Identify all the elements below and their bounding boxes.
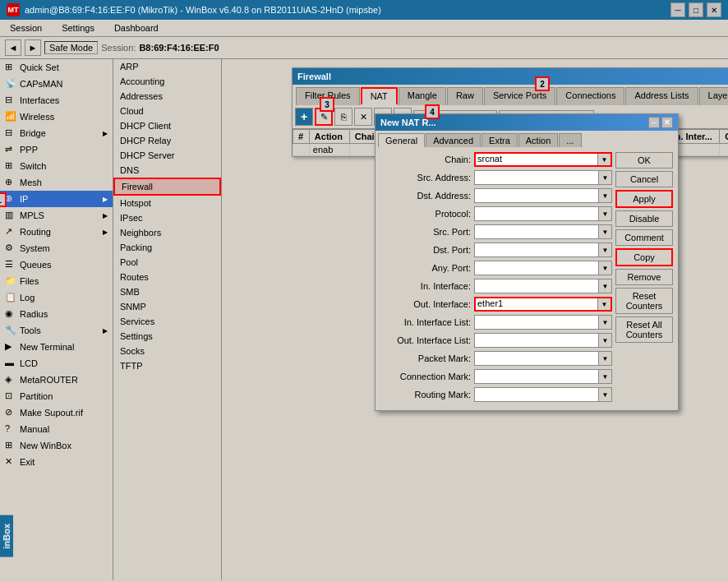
conn-mark-select[interactable]: ▼ [474, 369, 612, 384]
in-iface-list-select[interactable]: ▼ [474, 315, 612, 330]
in-interface-select[interactable]: ▼ [474, 279, 612, 293]
any-port-arrow[interactable]: ▼ [598, 261, 611, 275]
out-iface-list-select[interactable]: ▼ [474, 333, 612, 348]
sub-item-routes[interactable]: Routes [113, 270, 221, 284]
src-port-arrow[interactable]: ▼ [598, 225, 611, 238]
sub-item-dhcp-client[interactable]: DHCP Client [113, 118, 221, 133]
nat-tab-action[interactable]: Action [518, 133, 559, 147]
packet-mark-arrow[interactable]: ▼ [598, 352, 611, 365]
nat-reset-counters-btn[interactable]: Reset Counters [615, 288, 673, 314]
safe-mode-btn[interactable]: Safe Mode [44, 41, 98, 54]
sub-item-firewall[interactable]: Firewall [113, 178, 221, 196]
sub-item-addresses[interactable]: Addresses [113, 89, 221, 104]
sub-item-dns[interactable]: DNS [113, 163, 221, 178]
sidebar-item-new-winbox[interactable]: ⊞ New WinBox [0, 437, 113, 454]
conn-mark-arrow[interactable]: ▼ [598, 370, 611, 383]
sidebar-item-system[interactable]: ⚙ System [0, 240, 113, 256]
nat-remove-btn[interactable]: Remove [615, 269, 673, 285]
in-interface-arrow[interactable]: ▼ [598, 279, 611, 293]
sub-item-ipsec[interactable]: IPsec [113, 210, 221, 225]
sub-item-services[interactable]: Services [113, 314, 221, 329]
src-port-value[interactable] [475, 225, 598, 238]
chain-value[interactable]: srcnat [476, 154, 597, 165]
sub-item-accounting[interactable]: Accounting [113, 74, 221, 89]
sidebar-item-exit[interactable]: ✕ Exit [0, 454, 113, 470]
nat-window-controls[interactable]: ─ ✕ [648, 117, 673, 128]
chain-select[interactable]: srcnat ▼ [474, 152, 612, 167]
out-interface-arrow[interactable]: ▼ [597, 298, 611, 310]
sub-item-packing[interactable]: Packing [113, 240, 221, 255]
sidebar-item-queues[interactable]: ☰ Queues [0, 256, 113, 273]
dst-port-arrow[interactable]: ▼ [598, 243, 611, 256]
add-rule-btn[interactable]: + [295, 108, 313, 126]
dst-port-select[interactable]: ▼ [474, 242, 612, 257]
dst-port-value[interactable] [475, 243, 598, 256]
nat-comment-btn[interactable]: Comment [615, 229, 673, 246]
sub-item-dhcp-server[interactable]: DHCP Server [113, 148, 221, 163]
minimize-btn[interactable]: ─ [670, 2, 685, 17]
sidebar-item-capsman[interactable]: 📡 CAPsMAN [0, 76, 113, 92]
nat-apply-btn[interactable]: Apply [615, 190, 673, 208]
nat-tab-advanced[interactable]: Advanced [426, 133, 481, 147]
nat-tab-more[interactable]: ... [559, 133, 581, 147]
in-iface-list-arrow[interactable]: ▼ [598, 316, 611, 329]
sub-item-dhcp-relay[interactable]: DHCP Relay [113, 133, 221, 148]
in-interface-value[interactable] [475, 279, 598, 293]
nat-copy-btn[interactable]: Copy [615, 248, 673, 266]
src-addr-select[interactable]: ▼ [474, 170, 612, 185]
window-controls[interactable]: ─ □ ✕ [670, 2, 721, 17]
forward-btn[interactable]: ► [25, 39, 41, 56]
sidebar-item-files[interactable]: 📁 Files [0, 273, 113, 289]
protocol-arrow[interactable]: ▼ [598, 207, 611, 220]
sidebar-item-meta-router[interactable]: ◈ MetaROUTER [0, 372, 113, 388]
sidebar-item-bridge[interactable]: ⊟ Bridge ▶ [0, 125, 113, 141]
sub-item-hotspot[interactable]: Hotspot [113, 196, 221, 210]
delete-btn[interactable]: ✕ [354, 108, 372, 126]
tab-raw[interactable]: Raw [447, 87, 483, 105]
out-interface-select[interactable]: ether1 ▼ [474, 297, 612, 312]
sidebar-item-interfaces[interactable]: ⊟ Interfaces [0, 92, 113, 109]
nat-tab-general[interactable]: General [378, 133, 425, 147]
sidebar-item-lcd[interactable]: ▬ LCD [0, 355, 113, 372]
maximize-btn[interactable]: □ [689, 2, 703, 17]
dst-addr-value[interactable] [475, 189, 598, 202]
sub-item-arp[interactable]: ARP [113, 59, 221, 74]
packet-mark-value[interactable] [475, 352, 598, 365]
sidebar-item-log[interactable]: 📋 Log [0, 289, 113, 306]
sidebar-item-ppp[interactable]: ⇌ PPP [0, 141, 113, 158]
sidebar-item-partition[interactable]: ⊡ Partition [0, 388, 113, 404]
out-iface-list-value[interactable] [475, 334, 598, 347]
sidebar-item-quick-set[interactable]: ⊞ Quick Set [0, 59, 113, 76]
src-addr-value[interactable] [475, 171, 598, 184]
routing-mark-select[interactable]: ▼ [474, 387, 612, 402]
sub-item-cloud[interactable]: Cloud [113, 104, 221, 118]
sidebar-item-mesh[interactable]: ⊕ Mesh [0, 174, 113, 191]
nat-disable-btn[interactable]: Disable [615, 210, 673, 227]
routing-mark-value[interactable] [475, 388, 598, 401]
protocol-select[interactable]: ▼ [474, 206, 612, 221]
conn-mark-value[interactable] [475, 370, 598, 383]
sub-item-pool[interactable]: Pool [113, 255, 221, 270]
tab-layer7[interactable]: Layer7 Protocols [699, 87, 728, 105]
src-port-select[interactable]: ▼ [474, 224, 612, 239]
sidebar-item-ip[interactable]: ⊛ IP ▶ 1 [0, 191, 113, 207]
sidebar-item-new-terminal[interactable]: ▶ New Terminal [0, 339, 113, 355]
dst-addr-select[interactable]: ▼ [474, 188, 612, 203]
out-interface-value[interactable]: ether1 [476, 298, 597, 310]
sub-item-neighbors[interactable]: Neighbors [113, 225, 221, 240]
any-port-value[interactable] [475, 261, 598, 275]
dst-addr-arrow[interactable]: ▼ [598, 189, 611, 202]
sidebar-item-wireless[interactable]: 📶 Wireless [0, 109, 113, 125]
tab-address-lists[interactable]: Address Lists [625, 87, 698, 105]
tab-nat[interactable]: NAT [361, 87, 398, 105]
back-btn[interactable]: ◄ [5, 39, 21, 56]
sub-item-socks[interactable]: Socks [113, 344, 221, 358]
sub-item-tftp[interactable]: TFTP [113, 358, 221, 373]
src-addr-arrow[interactable]: ▼ [598, 171, 611, 184]
sidebar-item-make-supout[interactable]: ⊘ Make Supout.rif [0, 404, 113, 421]
chain-arrow[interactable]: ▼ [597, 154, 611, 165]
nat-reset-all-btn[interactable]: Reset All Counters [615, 316, 673, 343]
any-port-select[interactable]: ▼ [474, 261, 612, 275]
packet-mark-select[interactable]: ▼ [474, 351, 612, 366]
sidebar-item-manual[interactable]: ? Manual [0, 421, 113, 437]
